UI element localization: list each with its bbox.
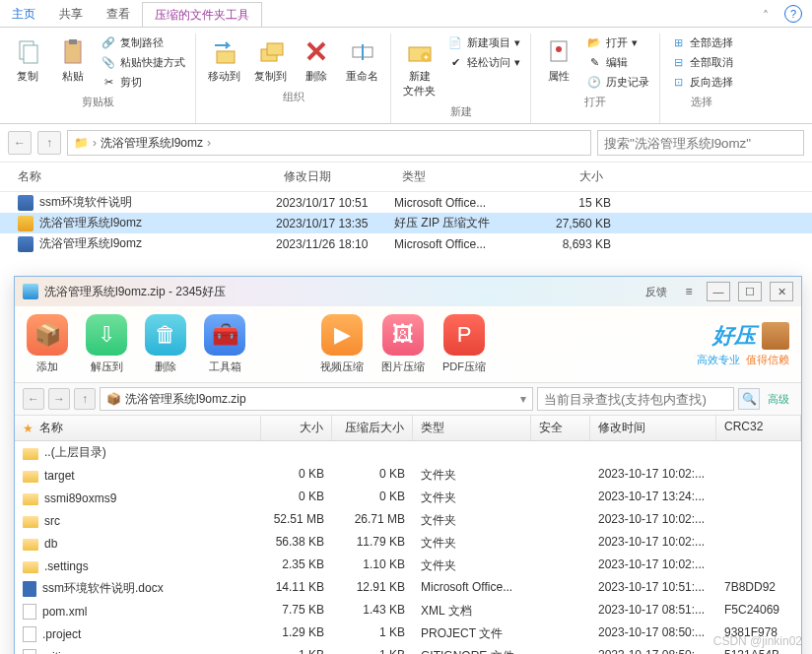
open-button[interactable]: 📂打开 ▾ — [584, 33, 651, 51]
crumb-item[interactable]: 洗浴管理系统l9omz.zip — [125, 391, 246, 408]
new-item-button[interactable]: 📄新建项目 ▾ — [445, 33, 522, 51]
copy-path-button[interactable]: 🔗复制路径 — [99, 33, 187, 51]
rename-button[interactable]: 重命名 — [342, 33, 382, 86]
zip-forward-button[interactable]: → — [48, 388, 70, 410]
folder-icon — [23, 471, 38, 483]
breadcrumb[interactable]: 📁 › 洗浴管理系统l9omz › — [67, 130, 591, 156]
file-type: Microsoft Office... — [394, 196, 522, 210]
tab-share[interactable]: 共享 — [47, 0, 95, 27]
chevron-down-icon[interactable]: ▾ — [520, 392, 526, 406]
maximize-button[interactable]: ☐ — [738, 282, 762, 301]
brand-logo: 好压 高效专业 值得信赖 — [697, 321, 789, 367]
col-type[interactable]: 类型 — [394, 166, 522, 187]
col-type[interactable]: 类型 — [413, 416, 531, 440]
feedback-link[interactable]: 反馈 — [645, 285, 667, 299]
properties-icon — [543, 35, 575, 67]
search-input[interactable] — [597, 130, 804, 156]
group-organize: 移动到 复制到 删除 重命名 组织 — [196, 33, 391, 123]
select-all-button[interactable]: ⊞全部选择 — [668, 33, 735, 51]
zip-up-button[interactable]: ↑ — [74, 388, 96, 410]
zip-row[interactable]: ssmi89oxms9 0 KB 0 KB 文件夹 2023-10-17 13:… — [15, 487, 801, 509]
zip-row[interactable]: ..(上层目录) — [15, 441, 801, 464]
file-row[interactable]: ssm环境软件说明 2023/10/17 10:51 Microsoft Off… — [0, 192, 812, 213]
entry-compressed: 12.91 KB — [332, 578, 413, 599]
col-compressed[interactable]: 压缩后大小 — [332, 416, 413, 440]
entry-date — [590, 442, 716, 463]
entry-date: 2023-10-17 08:50:... — [590, 646, 716, 654]
move-to-button[interactable]: 移动到 — [204, 33, 244, 86]
column-headers[interactable]: 名称 修改日期 类型 大小 — [0, 163, 812, 192]
tools-button[interactable]: 🧰工具箱 — [204, 314, 245, 374]
col-crc[interactable]: CRC32 — [716, 416, 801, 440]
close-button[interactable]: ✕ — [770, 282, 793, 301]
history-button[interactable]: 🕑历史记录 — [584, 73, 651, 91]
col-security[interactable]: 安全 — [531, 416, 590, 440]
invert-icon: ⊡ — [670, 74, 686, 90]
tab-home[interactable]: 主页 — [0, 0, 47, 27]
easy-access-button[interactable]: ✔轻松访问 ▾ — [445, 53, 522, 71]
group-new: ✦新建 文件夹 📄新建项目 ▾ ✔轻松访问 ▾ 新建 — [391, 33, 531, 123]
extract-button[interactable]: ⇩解压到 — [86, 314, 127, 374]
copy-button[interactable]: 复制 — [8, 33, 47, 86]
watermark: CSDN @jinkin02 — [713, 634, 802, 648]
col-name[interactable]: 名称 — [0, 166, 276, 187]
zip-row[interactable]: src 52.51 MB 26.71 MB 文件夹 2023-10-17 10:… — [15, 509, 801, 532]
search-button[interactable]: 🔍 — [738, 388, 760, 410]
svg-rect-3 — [69, 39, 77, 44]
ribbon-collapse-icon[interactable]: ˄ — [763, 9, 769, 23]
zip-row[interactable]: db 56.38 KB 11.79 KB 文件夹 2023-10-17 10:0… — [15, 532, 801, 555]
col-size[interactable]: 大小 — [261, 416, 332, 440]
help-icon[interactable]: ? — [784, 5, 802, 23]
select-none-button[interactable]: ⊟全部取消 — [668, 53, 735, 71]
menu-icon[interactable]: ≡ — [679, 285, 699, 298]
copy-to-button[interactable]: 复制到 — [250, 33, 291, 86]
entry-date: 2023-10-17 08:50:... — [590, 623, 716, 644]
invert-selection-button[interactable]: ⊡反向选择 — [668, 73, 735, 91]
pdf-compress-button[interactable]: PPDF压缩 — [442, 314, 486, 374]
properties-button[interactable]: 属性 — [539, 33, 578, 86]
svg-point-13 — [556, 46, 562, 52]
col-name[interactable]: ★名称 — [15, 416, 261, 440]
zip-row[interactable]: .project 1.29 KB 1 KB PROJECT 文件 2023-10… — [15, 622, 801, 645]
select-none-icon: ⊟ — [670, 54, 686, 70]
entry-date: 2023-10-17 08:51:... — [590, 601, 716, 621]
zip-delete-button[interactable]: 🗑删除 — [145, 314, 186, 374]
zip-row[interactable]: .gitignore 1 KB 1 KB GITIGNORE 文件 2023-1… — [15, 645, 801, 654]
advanced-link[interactable]: 高级 — [764, 392, 793, 407]
zip-search-input[interactable] — [537, 387, 734, 411]
nav-up-button[interactable]: ↑ — [37, 131, 61, 155]
zip-column-headers[interactable]: ★名称 大小 压缩后大小 类型 安全 修改时间 CRC32 — [15, 416, 801, 441]
file-row[interactable]: 洗浴管理系统l9omz 2023/11/26 18:10 Microsoft O… — [0, 233, 812, 254]
crumb-item[interactable]: 洗浴管理系统l9omz — [101, 135, 203, 152]
zip-row[interactable]: ssm环境软件说明.docx 14.11 KB 12.91 KB Microso… — [15, 577, 801, 600]
file-icon — [23, 649, 36, 655]
zip-row[interactable]: .settings 2.35 KB 1.10 KB 文件夹 2023-10-17… — [15, 555, 801, 577]
cut-button[interactable]: ✂剪切 — [99, 73, 187, 91]
zip-row[interactable]: pom.xml 7.75 KB 1.43 KB XML 文档 2023-10-1… — [15, 600, 801, 622]
image-compress-button[interactable]: 🖼图片压缩 — [381, 314, 425, 374]
col-size[interactable]: 大小 — [522, 166, 611, 187]
entry-security — [531, 601, 590, 621]
tab-view[interactable]: 查看 — [95, 0, 142, 27]
zip-row[interactable]: target 0 KB 0 KB 文件夹 2023-10-17 10:02:..… — [15, 464, 801, 487]
tab-zip-tools[interactable]: 压缩的文件夹工具 — [142, 2, 262, 28]
folder-icon — [23, 539, 38, 551]
col-date[interactable]: 修改日期 — [276, 166, 394, 187]
minimize-button[interactable]: — — [707, 282, 730, 301]
entry-security — [531, 623, 590, 644]
file-type: 好压 ZIP 压缩文件 — [394, 215, 522, 231]
new-folder-button[interactable]: ✦新建 文件夹 — [399, 33, 440, 100]
nav-back-button[interactable]: ← — [8, 131, 32, 155]
video-compress-button[interactable]: ▶视频压缩 — [320, 314, 364, 374]
add-button[interactable]: 📦添加 — [27, 314, 68, 374]
col-date[interactable]: 修改时间 — [590, 416, 716, 440]
paste-button[interactable]: 粘贴 — [53, 33, 93, 86]
delete-button[interactable]: 删除 — [297, 33, 336, 86]
edit-button[interactable]: ✎编辑 — [584, 53, 651, 71]
zip-breadcrumb[interactable]: 📦 洗浴管理系统l9omz.zip ▾ — [100, 387, 533, 411]
trash-icon: 🗑 — [145, 314, 186, 356]
zip-back-button[interactable]: ← — [23, 388, 44, 410]
file-row[interactable]: 洗浴管理系统l9omz 2023/10/17 13:35 好压 ZIP 压缩文件… — [0, 213, 812, 233]
file-icon — [23, 604, 36, 620]
paste-shortcut-button[interactable]: 📎粘贴快捷方式 — [99, 53, 187, 71]
